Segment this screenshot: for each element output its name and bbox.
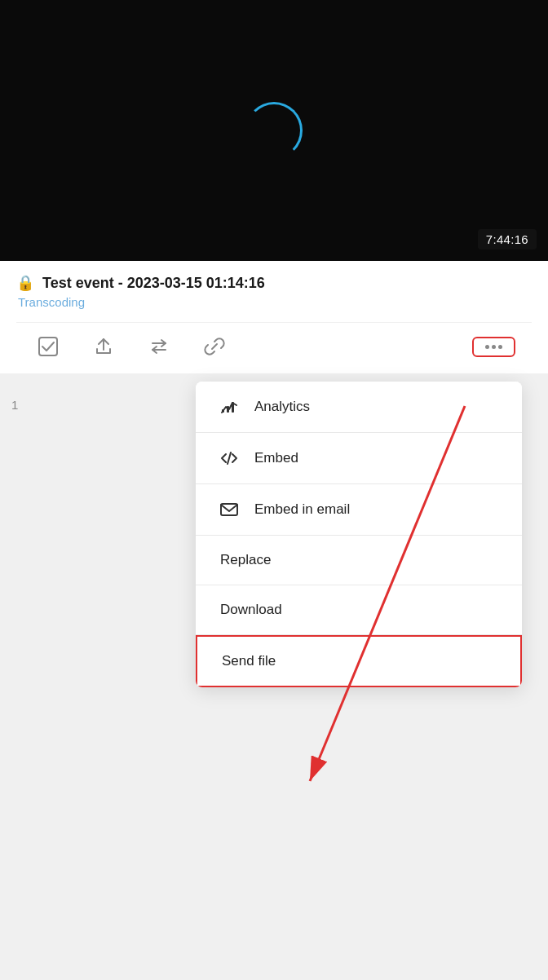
video-title-row: 🔒 Test event - 2023-03-15 01:14:16 (16, 274, 532, 292)
dot2 (492, 345, 496, 349)
download-label: Download (220, 602, 282, 618)
menu-item-embed[interactable]: Embed (196, 433, 522, 483)
dot1 (485, 345, 489, 349)
lock-icon: 🔒 (16, 274, 34, 292)
svg-rect-1 (222, 409, 224, 413)
review-icon (38, 336, 59, 357)
embed-email-label: Embed in email (254, 501, 350, 518)
info-card: 🔒 Test event - 2023-03-15 01:14:16 Trans… (0, 261, 548, 373)
video-status: Transcoding (16, 295, 532, 322)
menu-item-replace[interactable]: Replace (196, 536, 522, 585)
embed-icon (220, 449, 241, 467)
menu-item-analytics[interactable]: Analytics (196, 382, 522, 432)
share-button[interactable] (88, 331, 119, 362)
menu-item-download[interactable]: Download (196, 585, 522, 634)
svg-rect-3 (232, 402, 234, 413)
send-file-label: Send file (222, 653, 276, 669)
svg-rect-2 (227, 406, 229, 413)
video-title: Test event - 2023-03-15 01:14:16 (42, 275, 265, 292)
svg-rect-5 (221, 504, 237, 515)
video-duration: 7:44:16 (478, 229, 537, 249)
toolbar (16, 322, 532, 373)
content-area: 1 Analytics (0, 382, 548, 871)
swap-button[interactable] (144, 331, 175, 362)
link-button[interactable] (199, 331, 230, 362)
list-number: 1 (11, 398, 18, 412)
swap-icon (148, 336, 170, 357)
review-button[interactable] (33, 331, 64, 362)
embed-label: Embed (254, 450, 298, 466)
dot3 (498, 345, 502, 349)
analytics-label: Analytics (254, 399, 310, 415)
loading-spinner (245, 102, 303, 159)
video-player: 7:44:16 (0, 0, 548, 261)
menu-item-embed-email[interactable]: Embed in email (196, 484, 522, 535)
replace-label: Replace (220, 552, 271, 568)
email-icon (220, 501, 241, 519)
link-icon (204, 336, 225, 357)
share-icon (93, 336, 114, 357)
more-button[interactable] (472, 337, 515, 357)
svg-line-4 (228, 452, 231, 464)
dropdown-menu: Analytics Embed Embed in (196, 382, 522, 687)
analytics-icon (220, 398, 241, 416)
menu-item-send-file[interactable]: Send file (196, 635, 522, 687)
